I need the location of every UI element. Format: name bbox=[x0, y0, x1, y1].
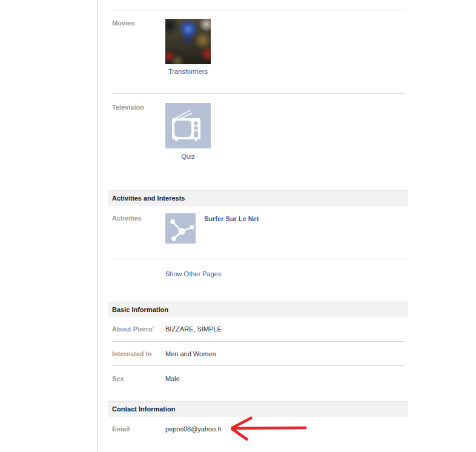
row-divider bbox=[112, 365, 405, 366]
interested-in-value: Men and Women bbox=[165, 350, 216, 357]
transformers-link[interactable]: Transformers bbox=[168, 68, 208, 75]
sex-value: Male bbox=[165, 375, 180, 382]
column-divider bbox=[98, 0, 98, 452]
red-arrow-annotation bbox=[228, 414, 310, 442]
email-label: Email bbox=[112, 425, 130, 433]
row-divider bbox=[112, 93, 405, 94]
activities-label: Activities bbox=[112, 214, 142, 222]
television-item: Quiz bbox=[165, 103, 211, 148]
activity-item bbox=[165, 213, 196, 244]
row-divider bbox=[112, 259, 405, 259]
movies-label: Movies bbox=[112, 19, 134, 27]
about-label: About Pierro' bbox=[112, 325, 154, 333]
row-divider bbox=[112, 341, 405, 342]
section-header-activities-interests: Activities and Interests bbox=[108, 190, 408, 206]
email-value: pepos08@yahoo.fr bbox=[165, 425, 222, 433]
section-header-basic-information: Basic Information bbox=[108, 302, 408, 317]
about-value: BIZZARE, SIMPLE bbox=[165, 325, 222, 333]
tv-icon[interactable] bbox=[165, 103, 211, 148]
sex-label: Sex bbox=[112, 375, 124, 382]
transformers-thumbnail[interactable] bbox=[165, 19, 211, 64]
row-divider bbox=[112, 10, 405, 10]
quiz-link[interactable]: Quiz bbox=[181, 153, 195, 160]
interested-in-label: Interested In bbox=[112, 350, 151, 357]
movies-item: Transformers bbox=[165, 19, 211, 64]
surfer-sur-le-net-link[interactable]: Surfer Sur Le Net bbox=[204, 215, 259, 222]
molecule-icon[interactable] bbox=[165, 213, 196, 244]
show-other-pages-link[interactable]: Show Other Pages bbox=[165, 270, 221, 278]
television-label: Television bbox=[112, 104, 144, 111]
